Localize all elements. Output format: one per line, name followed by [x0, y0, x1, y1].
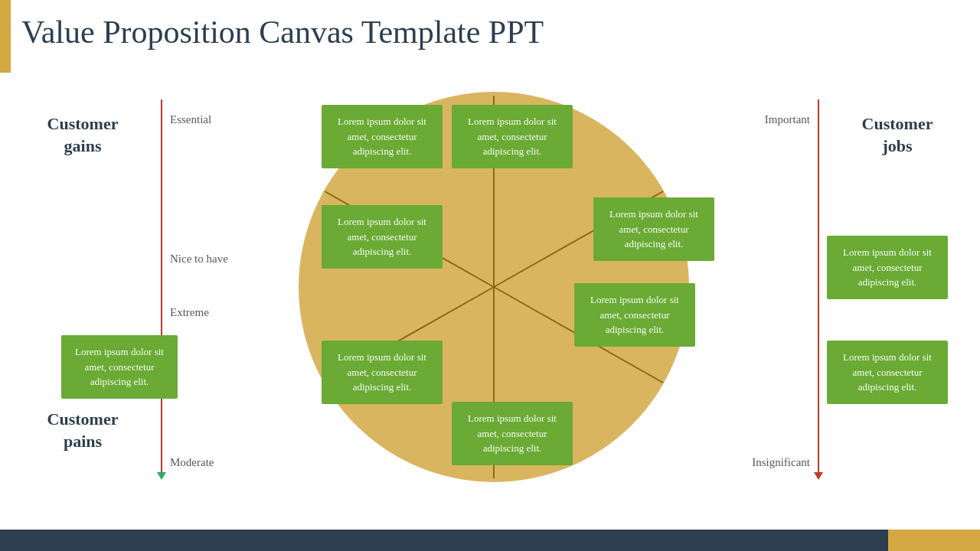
- axis-label-insignificant: Insignificant: [752, 456, 810, 469]
- card-bottom-center: Lorem ipsum dolor sit amet, consectetur …: [452, 402, 573, 465]
- label-customer-gains: Customer gains: [37, 113, 129, 157]
- card-mid-left: Lorem ipsum dolor sit amet, consectetur …: [322, 205, 443, 269]
- card-bottom-left: Lorem ipsum dolor sit amet, consectetur …: [322, 341, 443, 404]
- axis-label-important: Important: [765, 113, 810, 126]
- title-accent: [0, 0, 11, 73]
- bottom-bar: [0, 530, 888, 551]
- card-far-right-bottom: Lorem ipsum dolor sit amet, consectetur …: [827, 341, 948, 404]
- axis-label-nice-to-have: Nice to have: [170, 253, 228, 266]
- axis-label-extreme: Extreme: [170, 306, 209, 319]
- page-title: Value Proposition Canvas Template PPT: [21, 14, 544, 51]
- axis-label-moderate: Moderate: [170, 456, 214, 469]
- card-far-left: Lorem ipsum dolor sit amet, consectetur …: [61, 335, 178, 399]
- left-axis-arrow: [157, 472, 166, 480]
- card-far-right-top: Lorem ipsum dolor sit amet, consectetur …: [827, 236, 948, 299]
- left-axis-line: [161, 99, 162, 474]
- right-axis-arrow: [814, 472, 823, 480]
- label-customer-jobs: Customer jobs: [851, 113, 943, 157]
- label-customer-pains: Customer pains: [37, 409, 129, 452]
- axis-label-essential: Essential: [170, 113, 211, 126]
- bottom-bar-gold: [888, 530, 980, 551]
- card-top-center: Lorem ipsum dolor sit amet, consectetur …: [452, 105, 573, 168]
- card-mid-right: Lorem ipsum dolor sit amet, consectetur …: [593, 197, 714, 261]
- right-axis-line: [818, 99, 819, 474]
- card-top-left: Lorem ipsum dolor sit amet, consectetur …: [322, 105, 443, 168]
- card-center-right: Lorem ipsum dolor sit amet, consectetur …: [574, 283, 695, 347]
